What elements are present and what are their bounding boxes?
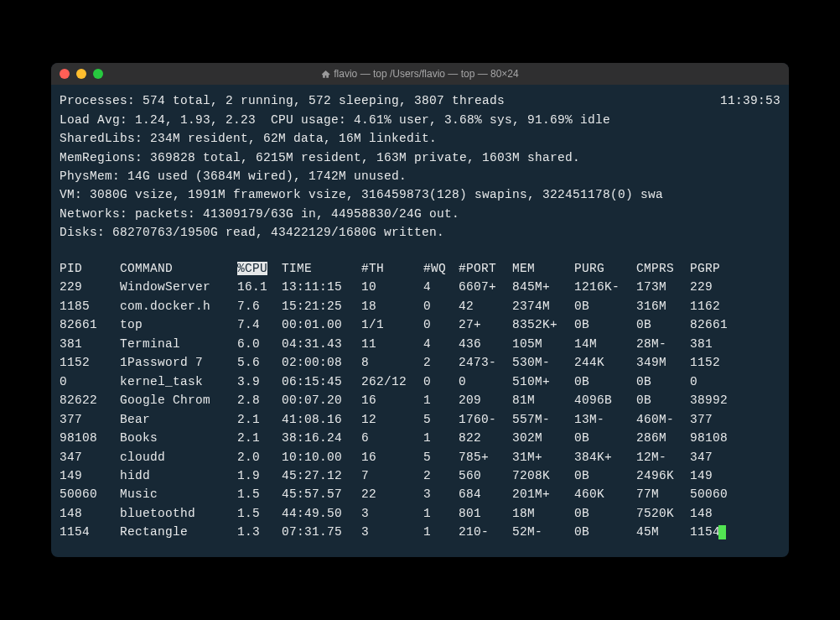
zoom-icon[interactable]: [93, 69, 103, 79]
cell-pgrp: 0: [690, 373, 740, 391]
cell-purg: 460K: [574, 485, 636, 503]
cell-time: 04:31.43: [282, 335, 361, 353]
cell-th: 262/12: [361, 373, 423, 391]
cell-cpu: 1.5: [237, 504, 282, 523]
cell-port: 209: [459, 391, 512, 409]
cell-th: 7: [361, 466, 423, 485]
minimize-icon[interactable]: [76, 69, 86, 79]
cell-pgrp: 149: [690, 466, 740, 485]
cell-mem: 302M: [512, 429, 574, 447]
cell-cmprs: 0B: [636, 391, 690, 409]
table-row: 148bluetoothd1.544:49.503180118M0B7520K1…: [60, 504, 780, 523]
table-row: 381Terminal6.004:31.43114436105M14M28M-3…: [60, 335, 780, 353]
cell-wq: 0: [423, 297, 459, 315]
cell-cpu: 5.6: [237, 353, 282, 372]
cell-th: 16: [361, 391, 423, 409]
cell-time: 00:01.00: [282, 315, 361, 334]
header-cpu: %CPU: [237, 259, 282, 278]
cell-cmprs: 460M-: [636, 410, 690, 429]
cell-cpu: 2.1: [237, 429, 282, 447]
table-row: 50060Music1.545:57.57223684201M+460K77M5…: [60, 485, 780, 503]
table-row: 82661top7.400:01.001/1027+8352K+0B0B8266…: [60, 315, 780, 334]
close-icon[interactable]: [60, 69, 70, 79]
cell-wq: 5: [423, 448, 459, 466]
cell-cpu: 7.6: [237, 297, 282, 315]
cell-pid: 381: [60, 335, 120, 353]
cell-pgrp: 1152: [690, 353, 740, 372]
cell-pgrp: 50060: [690, 485, 740, 503]
cell-th: 16: [361, 448, 423, 466]
cell-pid: 82661: [60, 315, 120, 334]
header-command: COMMAND: [120, 259, 237, 278]
cell-pid: 98108: [60, 429, 120, 447]
cell-mem: 81M: [512, 391, 574, 409]
cell-time: 45:27.12: [282, 466, 361, 485]
cell-purg: 0B: [574, 297, 636, 315]
cell-pid: 148: [60, 504, 120, 523]
cell-cmprs: 173M: [636, 278, 690, 296]
cell-cpu: 16.1: [237, 278, 282, 296]
cell-mem: 2374M: [512, 297, 574, 315]
cell-command: kernel_task: [120, 373, 237, 391]
cell-command: Terminal: [120, 335, 237, 353]
cell-purg: 4096B: [574, 391, 636, 409]
cell-time: 00:07.20: [282, 391, 361, 409]
cursor: [718, 525, 726, 539]
terminal-window: flavio — top /Users/flavio — top — 80×24…: [51, 63, 789, 557]
cell-time: 15:21:25: [282, 297, 361, 315]
cell-cpu: 7.4: [237, 315, 282, 334]
cell-pid: 347: [60, 448, 120, 466]
cell-cmprs: 286M: [636, 429, 690, 447]
cell-purg: 244K: [574, 353, 636, 372]
cell-cmprs: 349M: [636, 353, 690, 372]
cell-purg: 0B: [574, 373, 636, 391]
cell-command: Music: [120, 485, 237, 503]
cell-command: bluetoothd: [120, 504, 237, 523]
cell-pid: 149: [60, 466, 120, 485]
table-row: 0kernel_task3.906:15:45262/1200510M+0B0B…: [60, 373, 780, 391]
cell-port: 801: [459, 504, 512, 523]
cell-command: Bear: [120, 410, 237, 429]
cell-command: com.docker.h: [120, 297, 237, 315]
cell-cpu: 1.5: [237, 485, 282, 503]
cell-purg: 13M-: [574, 410, 636, 429]
summary-processes: Processes: 574 total, 2 running, 572 sle…: [60, 91, 780, 110]
cell-cmprs: 28M-: [636, 335, 690, 353]
header-pgrp: PGRP: [690, 259, 740, 278]
cell-port: 785+: [459, 448, 512, 466]
header-port: #PORT: [459, 259, 512, 278]
cell-pgrp: 1154: [690, 523, 740, 541]
cell-cmprs: 316M: [636, 297, 690, 315]
cell-mem: 845M+: [512, 278, 574, 296]
cell-th: 3: [361, 523, 423, 541]
processes-table: PID COMMAND %CPU TIME #TH #WQ #PORT MEM …: [60, 259, 780, 542]
table-row: 229WindowServer16.113:11:151046607+845M+…: [60, 278, 780, 296]
cell-time: 13:11:15: [282, 278, 361, 296]
cell-cpu: 2.8: [237, 391, 282, 409]
cell-time: 06:15:45: [282, 373, 361, 391]
titlebar: flavio — top /Users/flavio — top — 80×24: [51, 63, 789, 85]
table-row: 149hidd1.945:27.12725607208K0B2496K149: [60, 466, 780, 485]
cell-time: 38:16.24: [282, 429, 361, 447]
cell-th: 6: [361, 429, 423, 447]
summary-disks: Disks: 68270763/1950G read, 43422129/168…: [60, 223, 780, 242]
cell-command: cloudd: [120, 448, 237, 466]
cell-wq: 1: [423, 504, 459, 523]
summary-physmem: PhysMem: 14G used (3684M wired), 1742M u…: [60, 167, 780, 185]
cell-cpu: 3.9: [237, 373, 282, 391]
cell-pid: 82622: [60, 391, 120, 409]
cell-purg: 384K+: [574, 448, 636, 466]
cell-mem: 18M: [512, 504, 574, 523]
cell-wq: 1: [423, 523, 459, 541]
terminal-content[interactable]: Processes: 574 total, 2 running, 572 sle…: [51, 85, 789, 557]
home-icon: [321, 70, 330, 79]
cell-pgrp: 347: [690, 448, 740, 466]
summary-memregions: MemRegions: 369828 total, 6215M resident…: [60, 148, 780, 167]
cell-purg: 0B: [574, 466, 636, 485]
cell-time: 10:10.00: [282, 448, 361, 466]
cell-mem: 510M+: [512, 373, 574, 391]
cell-cpu: 2.0: [237, 448, 282, 466]
summary-sharedlibs: SharedLibs: 234M resident, 62M data, 16M…: [60, 129, 780, 148]
cell-mem: 31M+: [512, 448, 574, 466]
summary-loadavg: Load Avg: 1.24, 1.93, 2.23 CPU usage: 4.…: [60, 111, 780, 129]
